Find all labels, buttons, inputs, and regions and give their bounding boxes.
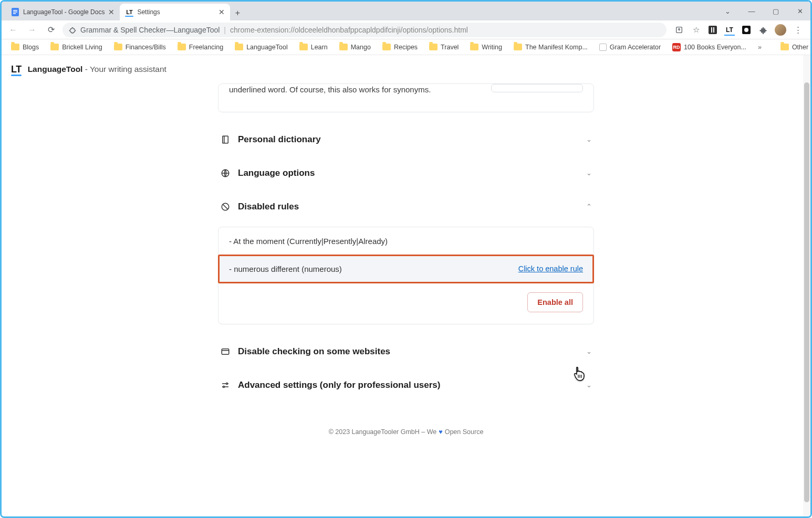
section-disabled-rules: Disabled rules ⌃ At the moment (Currentl…: [218, 200, 594, 324]
bookmark-100books[interactable]: RD100 Books Everyon...: [668, 41, 751, 53]
address-bar: ← → ⟳ Grammar & Spell Checker—LanguageTo…: [2, 20, 810, 39]
synonyms-description: underlined word. Of course, this also wo…: [229, 84, 481, 96]
close-icon[interactable]: ✕: [218, 8, 225, 16]
ext-icon-3[interactable]: [741, 25, 752, 35]
section-personal-dictionary: Personal dictionary ⌄: [218, 133, 594, 146]
bookmark-freelancing[interactable]: Freelancing: [173, 42, 227, 52]
section-advanced: Advanced settings (only for professional…: [218, 379, 594, 392]
section-header[interactable]: Disabled rules ⌃: [218, 200, 594, 213]
svg-rect-6: [711, 27, 712, 33]
url-separator: |: [224, 26, 226, 34]
section-header[interactable]: Disable checking on some websites ⌄: [218, 345, 594, 358]
window-controls: ⌄ — ▢ ✕: [720, 2, 807, 20]
tab-title: Settings: [137, 8, 215, 16]
tab-search-icon[interactable]: ⌄: [720, 7, 735, 15]
bookmark-label: LanguageTool: [246, 44, 288, 51]
heart-icon: ♥: [439, 428, 442, 436]
bookmark-label: Blogs: [23, 44, 39, 51]
section-title: Language options: [238, 168, 579, 178]
minimize-button[interactable]: —: [744, 7, 759, 15]
section-title: Disable checking on some websites: [238, 346, 579, 357]
close-icon[interactable]: ✕: [108, 8, 114, 16]
ext-icon-lt[interactable]: LT: [724, 25, 735, 35]
folder-icon: [50, 44, 59, 50]
disabled-rules-card: At the moment (Currently|Presently|Alrea…: [218, 227, 594, 324]
docs-icon: [11, 8, 19, 16]
forward-button[interactable]: →: [25, 23, 39, 37]
disabled-icon: [220, 202, 231, 212]
synonyms-card: underlined word. Of course, this also wo…: [218, 83, 594, 112]
url-input[interactable]: Grammar & Spell Checker—LanguageTool | c…: [63, 23, 667, 37]
close-window-button[interactable]: ✕: [793, 7, 807, 15]
page-icon: [599, 44, 607, 51]
bookmark-label: Freelancing: [189, 44, 223, 51]
folder-icon: [178, 44, 186, 50]
maximize-button[interactable]: ▢: [768, 7, 783, 15]
bookmark-label: Learn: [311, 44, 328, 51]
bookmark-label: Brickell Living: [62, 44, 102, 51]
bookmark-mango[interactable]: Mango: [335, 42, 375, 52]
svg-rect-7: [713, 27, 714, 33]
bookmark-brickell[interactable]: Brickell Living: [46, 42, 106, 52]
rule-row-highlighted[interactable]: numerous different (numerous) Click to e…: [218, 255, 594, 283]
chevron-down-icon: ⌄: [586, 169, 592, 177]
extensions-icon[interactable]: [758, 25, 768, 35]
svg-point-15: [223, 386, 225, 387]
tab-strip: LanguageTool - Google Docs ✕ LT Settings…: [2, 2, 810, 20]
bookmark-label: Gram Accelerator: [610, 44, 661, 51]
chevron-down-icon: ⌄: [586, 381, 592, 389]
bookmark-label: Recipes: [394, 44, 418, 51]
bookmark-languagetool[interactable]: LanguageTool: [231, 42, 292, 52]
svg-rect-2: [13, 12, 17, 13]
bookmark-label: Finances/Bills: [126, 44, 166, 51]
new-tab-button[interactable]: +: [230, 6, 245, 20]
section-header[interactable]: Personal dictionary ⌄: [218, 133, 594, 146]
kebab-menu-icon[interactable]: ⋮: [793, 25, 803, 35]
globe-icon: [220, 168, 231, 178]
tab-settings[interactable]: LT Settings ✕: [120, 4, 230, 20]
section-header[interactable]: Language options ⌄: [218, 167, 594, 179]
rule-text: At the moment (Currently|Presently|Alrea…: [229, 237, 388, 246]
bookmark-learn[interactable]: Learn: [295, 42, 332, 52]
bookmark-manifest[interactable]: The Manifest Komp...: [509, 42, 592, 52]
scrollbar-track[interactable]: [803, 55, 810, 516]
bookmark-recipes[interactable]: Recipes: [378, 42, 422, 52]
scrollbar-thumb[interactable]: [804, 82, 809, 502]
other-bookmarks[interactable]: Other bookmarks: [776, 42, 812, 52]
folder-icon: [299, 44, 308, 50]
extension-icon: [69, 26, 76, 34]
section-title: Personal dictionary: [238, 134, 579, 145]
bookmark-label: The Manifest Komp...: [525, 44, 588, 51]
share-icon[interactable]: [674, 25, 684, 35]
tab-google-docs[interactable]: LanguageTool - Google Docs ✕: [6, 4, 120, 20]
section-header[interactable]: Advanced settings (only for professional…: [218, 379, 594, 392]
folder-icon: [339, 44, 348, 50]
sliders-icon: [220, 380, 231, 390]
brand-name: LanguageTool: [28, 65, 83, 73]
reload-button[interactable]: ⟳: [44, 23, 58, 37]
folder-icon: [514, 44, 522, 50]
back-button[interactable]: ←: [6, 23, 20, 37]
page-footer: © 2023 LanguageTooler GmbH – We ♥ Open S…: [329, 428, 484, 436]
bookmark-gram[interactable]: Gram Accelerator: [595, 42, 665, 52]
bookmark-blogs[interactable]: Blogs: [7, 42, 43, 52]
page-icon: RD: [672, 43, 681, 51]
bookmarks-overflow[interactable]: »: [754, 44, 766, 51]
profile-avatar[interactable]: [775, 24, 786, 36]
enable-rule-link[interactable]: Click to enable rule: [518, 265, 583, 273]
svg-rect-1: [13, 10, 17, 11]
svg-rect-3: [13, 13, 16, 14]
bookmark-travel[interactable]: Travel: [425, 42, 463, 52]
enable-all-button[interactable]: Enable all: [527, 292, 583, 312]
bookmark-label: Writing: [482, 44, 502, 51]
svg-rect-10: [223, 136, 228, 143]
bookmarks-bar: Blogs Brickell Living Finances/Bills Fre…: [2, 39, 810, 55]
svg-rect-13: [222, 348, 229, 354]
synonyms-input[interactable]: [491, 84, 583, 92]
footer-opensource: Open Source: [445, 428, 484, 436]
rule-row[interactable]: At the moment (Currently|Presently|Alrea…: [218, 227, 594, 255]
bookmark-star-icon[interactable]: ☆: [691, 25, 701, 35]
ext-icon-1[interactable]: [707, 25, 718, 35]
bookmark-writing[interactable]: Writing: [466, 42, 506, 52]
bookmark-finances[interactable]: Finances/Bills: [110, 42, 170, 52]
